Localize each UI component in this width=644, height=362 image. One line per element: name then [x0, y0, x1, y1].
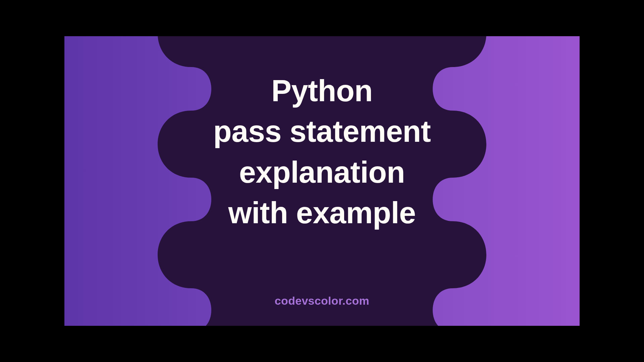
promo-card: Python pass statement explanation with e… — [64, 36, 580, 326]
main-title: Python pass statement explanation with e… — [213, 71, 431, 234]
footer-brand: codevscolor.com — [275, 294, 369, 307]
